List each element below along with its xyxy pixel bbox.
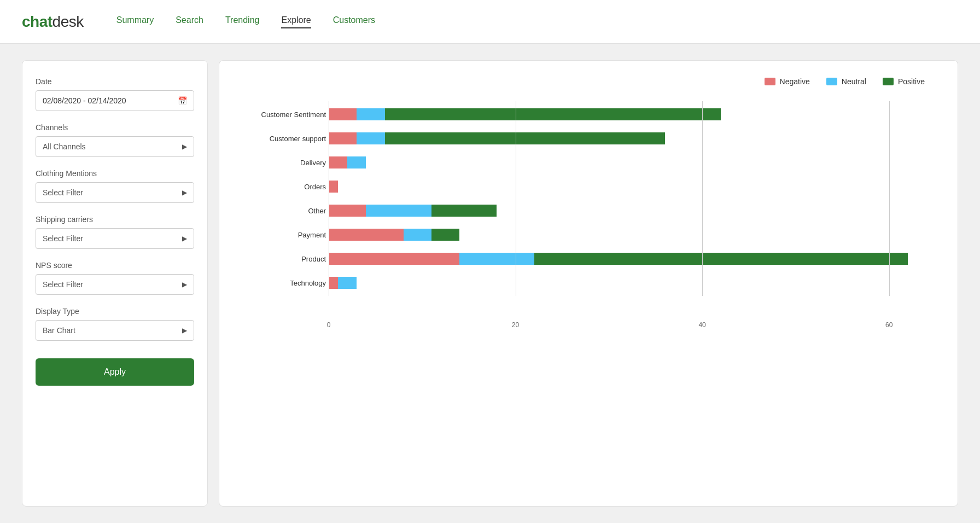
date-value: 02/08/2020 - 02/14/2020 — [43, 96, 126, 105]
chart-panel: Negative Neutral Positive Customer Senti… — [219, 60, 958, 507]
date-label: Date — [36, 77, 194, 86]
chart-row: Payment — [329, 223, 936, 247]
clothing-filter-group: Clothing Mentions Select Filter ▶ — [36, 169, 194, 203]
bar-neutral — [347, 156, 366, 168]
shipping-label: Shipping carriers — [36, 215, 194, 224]
x-tick-label: 60 — [885, 321, 892, 329]
apply-button[interactable]: Apply — [36, 358, 194, 386]
channels-filter-group: Channels All Channels ▶ — [36, 123, 194, 157]
logo-chat: chat — [22, 13, 52, 30]
nps-chevron-icon: ▶ — [182, 281, 187, 288]
chart-row: Delivery — [329, 150, 936, 175]
row-label: Customer Sentiment — [241, 111, 326, 119]
legend-negative-label: Negative — [780, 77, 810, 86]
clothing-chevron-icon: ▶ — [182, 189, 187, 196]
bar-container — [329, 203, 936, 218]
main-content: Date 02/08/2020 - 02/14/2020 📅 Channels … — [0, 44, 980, 523]
header: chatdesk Summary Search Trending Explore… — [0, 0, 980, 44]
legend-positive: Positive — [883, 77, 925, 86]
row-label: Delivery — [241, 159, 326, 167]
legend-positive-label: Positive — [898, 77, 925, 86]
calendar-icon: 📅 — [178, 96, 187, 105]
bar-chart: Customer SentimentCustomer supportDelive… — [241, 102, 936, 317]
bar-negative — [329, 205, 366, 217]
nps-select[interactable]: Select Filter ▶ — [36, 274, 194, 295]
bar-container — [329, 107, 936, 122]
nav-search[interactable]: Search — [176, 15, 203, 28]
bar-neutral — [338, 277, 357, 289]
row-label: Customer support — [241, 135, 326, 143]
chart-row: Customer support — [329, 126, 936, 150]
bar-container — [329, 179, 936, 194]
bar-container — [329, 131, 936, 146]
display-filter-group: Display Type Bar Chart ▶ — [36, 307, 194, 341]
chart-legend: Negative Neutral Positive — [241, 77, 936, 86]
nav-explore[interactable]: Explore — [281, 15, 311, 28]
bar-neutral — [357, 132, 384, 144]
bar-negative — [329, 108, 357, 120]
bar-container — [329, 227, 936, 242]
x-tick-label: 20 — [512, 321, 519, 329]
nav-trending[interactable]: Trending — [225, 15, 260, 28]
logo: chatdesk — [22, 13, 84, 31]
chart-row: Orders — [329, 175, 936, 199]
display-value: Bar Chart — [43, 326, 75, 335]
bar-negative — [329, 156, 347, 168]
chart-row: Customer Sentiment — [329, 102, 936, 126]
bar-negative — [329, 132, 357, 144]
shipping-select[interactable]: Select Filter ▶ — [36, 228, 194, 249]
channels-select[interactable]: All Channels ▶ — [36, 136, 194, 157]
x-axis: 0204060 — [241, 317, 936, 334]
x-tick-label: 0 — [327, 321, 331, 329]
clothing-label: Clothing Mentions — [36, 169, 194, 178]
legend-neutral-label: Neutral — [842, 77, 866, 86]
bar-positive — [534, 253, 908, 265]
nps-label: NPS score — [36, 261, 194, 270]
channels-chevron-icon: ▶ — [182, 143, 187, 150]
bar-neutral — [404, 229, 431, 241]
row-label: Other — [241, 207, 326, 215]
row-label: Payment — [241, 231, 326, 239]
chart-row: Product — [329, 247, 936, 271]
date-filter-group: Date 02/08/2020 - 02/14/2020 📅 — [36, 77, 194, 111]
bar-container — [329, 155, 936, 170]
bar-negative — [329, 277, 338, 289]
clothing-select[interactable]: Select Filter ▶ — [36, 182, 194, 203]
shipping-filter-group: Shipping carriers Select Filter ▶ — [36, 215, 194, 249]
bar-neutral — [366, 205, 431, 217]
bar-neutral — [357, 108, 384, 120]
chart-row: Other — [329, 199, 936, 223]
channels-value: All Channels — [43, 142, 86, 151]
row-label: Technology — [241, 279, 326, 287]
date-input[interactable]: 02/08/2020 - 02/14/2020 📅 — [36, 90, 194, 111]
nav-customers[interactable]: Customers — [333, 15, 375, 28]
main-nav: Summary Search Trending Explore Customer… — [116, 15, 375, 28]
row-label: Product — [241, 255, 326, 263]
legend-neutral-dot — [826, 78, 837, 85]
nps-value: Select Filter — [43, 280, 83, 289]
legend-neutral: Neutral — [826, 77, 866, 86]
bar-container — [329, 251, 936, 266]
bar-neutral — [459, 253, 534, 265]
bar-container — [329, 275, 936, 290]
chart-row: Technology — [329, 271, 936, 295]
bar-negative — [329, 229, 404, 241]
display-chevron-icon: ▶ — [182, 327, 187, 334]
bar-positive — [431, 229, 459, 241]
shipping-chevron-icon: ▶ — [182, 235, 187, 242]
x-tick-label: 40 — [698, 321, 705, 329]
row-label: Orders — [241, 183, 326, 191]
bar-negative — [329, 253, 459, 265]
shipping-value: Select Filter — [43, 234, 83, 243]
channels-label: Channels — [36, 123, 194, 132]
logo-desk: desk — [52, 13, 84, 30]
legend-negative-dot — [765, 78, 775, 85]
clothing-value: Select Filter — [43, 188, 83, 197]
legend-positive-dot — [883, 78, 894, 85]
nav-summary[interactable]: Summary — [116, 15, 154, 28]
bar-positive — [431, 205, 497, 217]
sidebar: Date 02/08/2020 - 02/14/2020 📅 Channels … — [22, 60, 208, 507]
bar-positive — [385, 132, 665, 144]
nps-filter-group: NPS score Select Filter ▶ — [36, 261, 194, 295]
display-select[interactable]: Bar Chart ▶ — [36, 320, 194, 341]
